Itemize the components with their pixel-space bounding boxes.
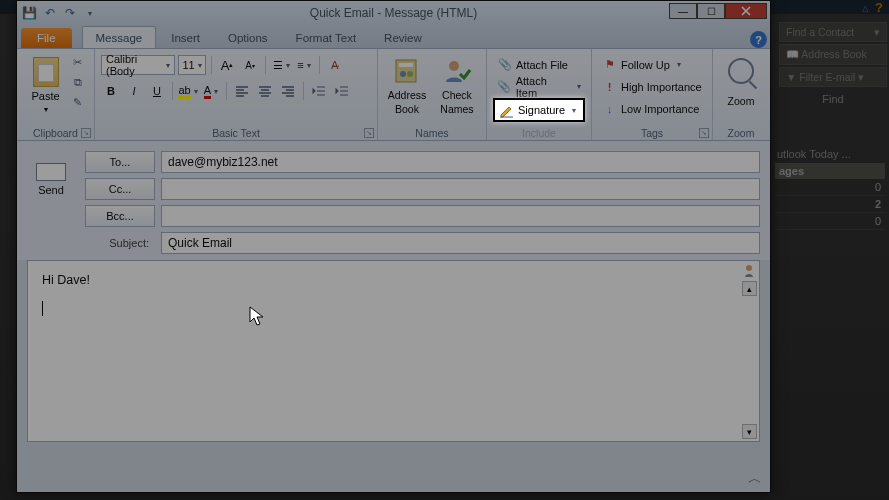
svg-rect-1 [399,63,413,67]
tags-group-label: Tags [592,127,712,139]
font-size-combo[interactable]: 11▾ [178,55,206,75]
close-button[interactable] [725,3,767,19]
low-importance-icon: ↓ [602,101,617,116]
envelope-icon [36,163,66,181]
bcc-button[interactable]: Bcc... [85,205,155,227]
cc-field[interactable] [161,178,760,200]
scroll-down-icon[interactable]: ▾ [742,424,757,439]
underline-button[interactable]: U [147,81,167,101]
tab-options[interactable]: Options [215,27,281,48]
address-book-button[interactable]: Address Book [384,54,430,120]
bullets-icon[interactable]: ☰▾ [271,55,291,75]
tab-format-text[interactable]: Format Text [283,27,370,48]
text-cursor [42,301,43,316]
tab-insert[interactable]: Insert [158,27,213,48]
high-importance-button[interactable]: ! High Importance [598,76,706,97]
highlight-color-icon[interactable]: ab▾ [178,81,198,101]
qat-customize-icon[interactable]: ▾ [81,5,98,22]
zoom-icon [728,58,754,84]
tags-dialog-launcher[interactable]: ↘ [699,128,709,138]
qat-undo-icon[interactable]: ↶ [41,5,58,22]
follow-up-button[interactable]: ⚑ Follow Up ▾ [598,54,706,75]
address-block: Send To... dave@mybiz123.net Cc... Bcc..… [17,141,770,260]
align-right-icon[interactable] [278,81,298,101]
message-window: 💾 ↶ ↷ ▾ Quick Email - Message (HTML) — ☐… [16,0,771,493]
send-button[interactable]: Send [27,151,75,254]
flag-icon: ⚑ [602,57,617,72]
paperclip-icon: 📎 [497,57,512,72]
clear-formatting-icon[interactable]: A̶ [325,55,345,75]
attach-item-icon: 📎 [497,79,512,94]
basic-text-dialog-launcher[interactable]: ↘ [364,128,374,138]
include-group-label: Include [487,127,591,139]
signature-button[interactable]: Signature ▾ [493,98,585,122]
decrease-indent-icon[interactable] [309,81,329,101]
clipboard-dialog-launcher[interactable]: ↘ [81,128,91,138]
cc-button[interactable]: Cc... [85,178,155,200]
tab-message[interactable]: Message [82,26,157,48]
shrink-font-icon[interactable]: A▾ [240,55,260,75]
scroll-up-icon[interactable]: ▴ [742,281,757,296]
align-center-icon[interactable] [255,81,275,101]
qat-save-icon[interactable]: 💾 [21,5,38,22]
check-names-button[interactable]: Check Names [434,54,480,120]
to-field[interactable]: dave@mybiz123.net [161,151,760,173]
grow-font-icon[interactable]: A▴ [217,55,237,75]
to-button[interactable]: To... [85,151,155,173]
permissions-icon[interactable] [742,263,757,278]
attach-file-button[interactable]: 📎 Attach File [493,54,585,75]
names-group-label: Names [378,127,486,139]
italic-button[interactable]: I [124,81,144,101]
maximize-button[interactable]: ☐ [697,3,725,19]
font-name-combo[interactable]: Calibri (Body▾ [101,55,175,75]
check-names-icon [442,56,472,86]
paste-button[interactable]: Paste ▾ [26,52,66,118]
tab-review[interactable]: Review [371,27,435,48]
ribbon: Paste ▾ ✂ ⧉ ✎ Clipboard ↘ Calibri (Body▾… [17,49,770,141]
svg-point-3 [407,71,413,77]
paste-label: Paste [31,90,59,102]
signature-icon [499,103,514,118]
bold-button[interactable]: B [101,81,121,101]
attach-item-button[interactable]: 📎 Attach Item ▾ [493,76,585,97]
copy-icon[interactable]: ⧉ [70,74,86,90]
body-text: Hi Dave! [42,273,745,287]
svg-point-2 [400,71,406,77]
font-color-icon[interactable]: A▾ [201,81,221,101]
bcc-field[interactable] [161,205,760,227]
subject-label: Subject: [85,237,155,249]
low-importance-button[interactable]: ↓ Low Importance [598,98,706,119]
svg-point-4 [449,61,459,71]
subject-field[interactable]: Quick Email [161,232,760,254]
tab-file[interactable]: File [21,28,72,48]
qat-redo-icon[interactable]: ↷ [61,5,78,22]
basic-text-group-label: Basic Text [95,127,377,139]
window-title: Quick Email - Message (HTML) [17,6,770,20]
ribbon-tabs: File Message Insert Options Format Text … [17,25,770,49]
align-left-icon[interactable] [232,81,252,101]
svg-point-5 [746,265,752,271]
zoom-button[interactable]: Zoom [721,56,761,122]
paste-icon [33,57,59,87]
help-icon[interactable]: ? [750,31,767,48]
high-importance-icon: ! [602,79,617,94]
numbering-icon[interactable]: ≡▾ [294,55,314,75]
cut-icon[interactable]: ✂ [70,54,86,70]
address-book-icon [392,56,422,86]
zoom-group-label: Zoom [713,127,769,139]
titlebar[interactable]: 💾 ↶ ↷ ▾ Quick Email - Message (HTML) — ☐ [17,1,770,25]
increase-indent-icon[interactable] [332,81,352,101]
format-painter-icon[interactable]: ✎ [70,94,86,110]
expand-chevron-icon[interactable]: ︿ [748,470,762,488]
message-body[interactable]: ▴ Hi Dave! ▾ [27,260,760,442]
minimize-button[interactable]: — [669,3,697,19]
